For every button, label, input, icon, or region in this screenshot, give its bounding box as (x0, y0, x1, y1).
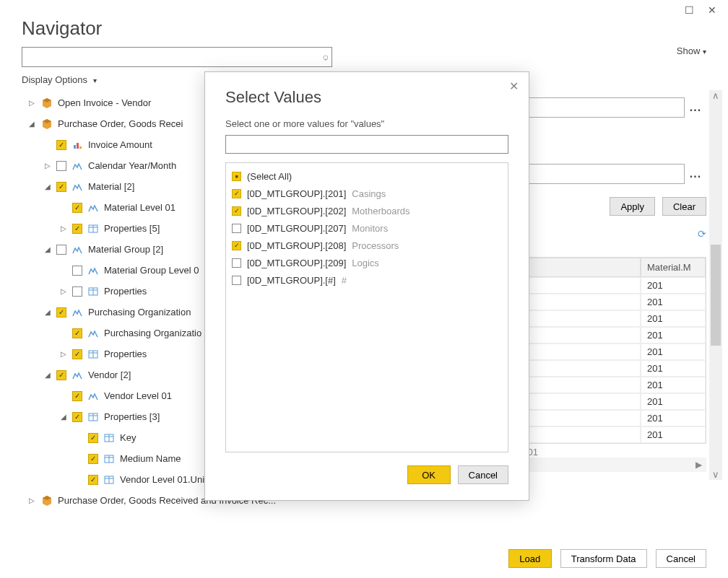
apply-button[interactable]: Apply (610, 197, 655, 216)
maximize-icon[interactable]: ☐ (680, 3, 698, 17)
cube-icon (40, 97, 53, 109)
expand-icon[interactable]: ◢ (45, 245, 53, 253)
cell: 201 (641, 360, 706, 377)
tree-checkbox[interactable] (88, 433, 98, 443)
tree-checkbox[interactable] (56, 245, 66, 255)
tree-checkbox[interactable] (72, 391, 82, 401)
expand-icon[interactable]: ◢ (45, 183, 53, 191)
tree-checkbox[interactable] (72, 266, 82, 276)
tree-item-label: Properties [5] (104, 223, 160, 234)
value-list-item[interactable]: [0D_MTLGROUP].[207]Monitors (232, 219, 502, 237)
expand-icon[interactable]: ▷ (61, 224, 69, 232)
value-desc: Logics (352, 258, 379, 268)
vertical-scrollbar[interactable]: ∧ ∨ (709, 90, 722, 480)
value-code: [0D_MTLGROUP].[209] (247, 258, 346, 268)
show-label: Show (677, 45, 701, 56)
value-checkbox[interactable] (232, 276, 241, 285)
close-icon[interactable]: ✕ (703, 3, 721, 17)
tree-item-label: Vendor Level 01 (104, 390, 172, 401)
cancel-button[interactable]: Cancel (656, 549, 706, 568)
value-checkbox[interactable] (232, 189, 241, 198)
tree-checkbox[interactable] (72, 328, 82, 338)
grid-icon (103, 432, 116, 444)
page-title: Navigator (0, 0, 728, 47)
cell: 201 (641, 426, 706, 443)
search-input[interactable] (27, 52, 321, 63)
expand-icon[interactable]: ◢ (45, 308, 53, 316)
value-code: (Select All) (247, 171, 292, 182)
expand-icon[interactable]: ▷ (29, 496, 38, 504)
search-input-wrap[interactable]: ⌕ (22, 47, 332, 67)
tree-item-label: Properties [3] (104, 411, 160, 422)
scroll-up-icon[interactable]: ∧ (712, 90, 719, 101)
show-dropdown[interactable]: Show ▾ (677, 45, 706, 56)
tree-item-label: Purchase Order, Goods Recei (58, 118, 183, 129)
cell: 201 (641, 327, 706, 343)
expand-icon[interactable]: ▷ (61, 350, 69, 358)
tree-item-label: Material Group [2] (88, 244, 163, 255)
hier-icon (87, 202, 100, 214)
dialog-ok-button[interactable]: OK (407, 465, 451, 484)
value-list-item[interactable]: [0D_MTLGROUP].[209]Logics (232, 254, 502, 271)
column-header[interactable]: Material.M (641, 258, 706, 277)
hier-icon (71, 307, 84, 318)
value-desc: Processors (352, 240, 399, 251)
expand-icon[interactable]: ▷ (29, 99, 38, 107)
tree-checkbox[interactable] (72, 286, 82, 297)
grid-icon (87, 223, 100, 235)
load-button[interactable]: Load (508, 549, 552, 568)
transform-data-button[interactable]: Transform Data (560, 549, 647, 568)
expand-icon[interactable]: ▷ (45, 162, 53, 170)
tree-checkbox[interactable] (56, 182, 66, 192)
value-list-item[interactable]: [0D_MTLGROUP].[#]# (232, 271, 502, 289)
tree-checkbox[interactable] (88, 454, 98, 464)
expand-icon[interactable]: ▷ (61, 287, 69, 295)
expand-icon[interactable]: ◢ (61, 413, 69, 421)
param-more-button[interactable]: ... (685, 101, 706, 114)
value-desc: Monitors (352, 223, 388, 234)
dialog-filter-input[interactable] (225, 135, 508, 154)
hier-icon (87, 265, 100, 276)
display-options-label: Display Options (22, 74, 87, 85)
value-list-item[interactable]: [0D_MTLGROUP].[201]Casings (232, 185, 502, 202)
dialog-close-icon[interactable]: ✕ (509, 79, 519, 93)
value-checkbox[interactable] (232, 241, 241, 250)
cell: 201 (641, 343, 706, 360)
value-code: [0D_MTLGROUP].[#] (247, 275, 336, 286)
grid-icon (87, 411, 100, 423)
scroll-down-icon[interactable]: ∨ (712, 469, 719, 480)
value-checkbox[interactable] (232, 172, 241, 181)
value-checkbox[interactable] (232, 206, 241, 216)
value-list-item[interactable]: [0D_MTLGROUP].[208]Processors (232, 237, 502, 254)
hier-icon (71, 160, 84, 172)
tree-item-label: Material [2] (88, 181, 134, 192)
value-list-item[interactable]: (Select All) (232, 167, 502, 185)
value-checkbox[interactable] (232, 224, 241, 233)
cell: 201 (641, 410, 706, 426)
param-values-more-button[interactable]: ... (685, 167, 706, 180)
tree-checkbox[interactable] (72, 412, 82, 422)
dialog-cancel-button[interactable]: Cancel (458, 465, 508, 484)
refresh-icon[interactable]: ⟳ (698, 228, 706, 240)
hier-icon (87, 328, 100, 339)
tree-checkbox[interactable] (56, 140, 66, 150)
tree-checkbox[interactable] (88, 475, 98, 485)
scroll-thumb[interactable] (711, 245, 721, 346)
tree-checkbox[interactable] (72, 203, 82, 213)
dialog-subtitle: Select one or more values for "values" (225, 118, 508, 129)
value-list-item[interactable]: [0D_MTLGROUP].[202]Motherboards (232, 202, 502, 219)
value-desc: Casings (352, 188, 386, 199)
dialog-value-list: (Select All)[0D_MTLGROUP].[201]Casings[0… (225, 162, 508, 452)
tree-item-label: Properties (104, 286, 147, 297)
expand-icon[interactable]: ◢ (29, 120, 38, 128)
tree-checkbox[interactable] (72, 349, 82, 359)
tree-checkbox[interactable] (56, 307, 66, 318)
hier-icon (71, 244, 84, 255)
clear-button[interactable]: Clear (662, 197, 706, 216)
tree-checkbox[interactable] (56, 370, 66, 380)
value-checkbox[interactable] (232, 258, 241, 268)
expand-icon[interactable]: ◢ (45, 371, 53, 379)
tree-checkbox[interactable] (56, 161, 66, 171)
tree-checkbox[interactable] (72, 224, 82, 234)
tree-item-label: Medium Name (120, 453, 181, 464)
